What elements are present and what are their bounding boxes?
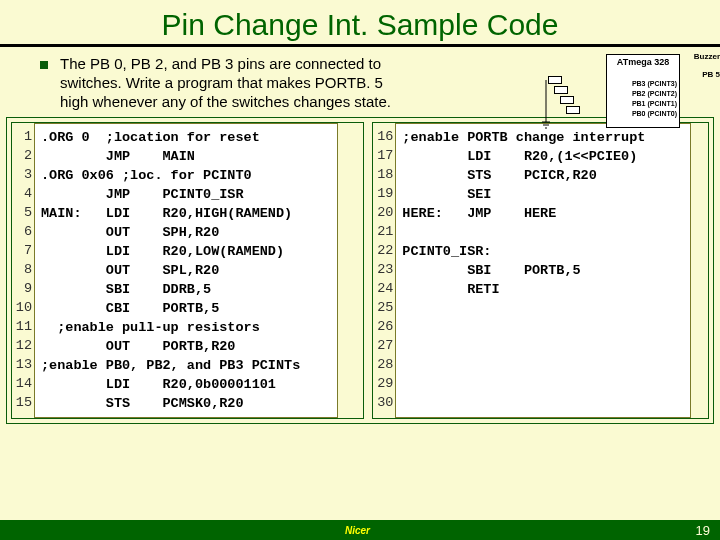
- circuit-diagram: Buzzer ATmega 328 PB3 (PCINT3) PB2 (PCIN…: [540, 52, 720, 142]
- switches-group: [540, 72, 588, 132]
- code-column-right: 16 17 18 19 20 21 22 23 24 25 26 27 28 2…: [372, 122, 709, 419]
- footer-logo: Nicer: [345, 525, 370, 536]
- page-number: 19: [696, 523, 710, 538]
- code-column-left: 1 2 3 4 5 6 7 8 9 10 11 12 13 14 15 .ORG…: [11, 122, 364, 419]
- slide-title: Pin Change Int. Sample Code: [0, 0, 720, 44]
- mcu-chip: ATmega 328 PB3 (PCINT3) PB2 (PCINT2) PB1…: [606, 54, 680, 128]
- line-numbers-right: 16 17 18 19 20 21 22 23 24 25 26 27 28 2…: [373, 123, 395, 418]
- bullet-icon: [40, 61, 48, 69]
- code-box-left: .ORG 0 ;location for reset JMP MAIN .ORG…: [34, 123, 338, 418]
- code-box-right: ;enable PORTB change interrupt LDI R20,(…: [395, 123, 691, 418]
- code-container: 1 2 3 4 5 6 7 8 9 10 11 12 13 14 15 .ORG…: [6, 117, 714, 424]
- title-divider: [0, 44, 720, 47]
- chip-pins: PB3 (PCINT3) PB2 (PCINT2) PB1 (PCINT1) P…: [632, 79, 677, 119]
- footer-bar: Nicer 19: [0, 520, 720, 540]
- description-text: The PB 0, PB 2, and PB 3 pins are connec…: [60, 55, 400, 111]
- pb5-label: PB 5: [702, 70, 720, 79]
- line-numbers-left: 1 2 3 4 5 6 7 8 9 10 11 12 13 14 15: [12, 123, 34, 418]
- buzzer-label: Buzzer: [694, 52, 720, 61]
- chip-name: ATmega 328: [607, 55, 679, 67]
- ground-icon: [540, 72, 588, 132]
